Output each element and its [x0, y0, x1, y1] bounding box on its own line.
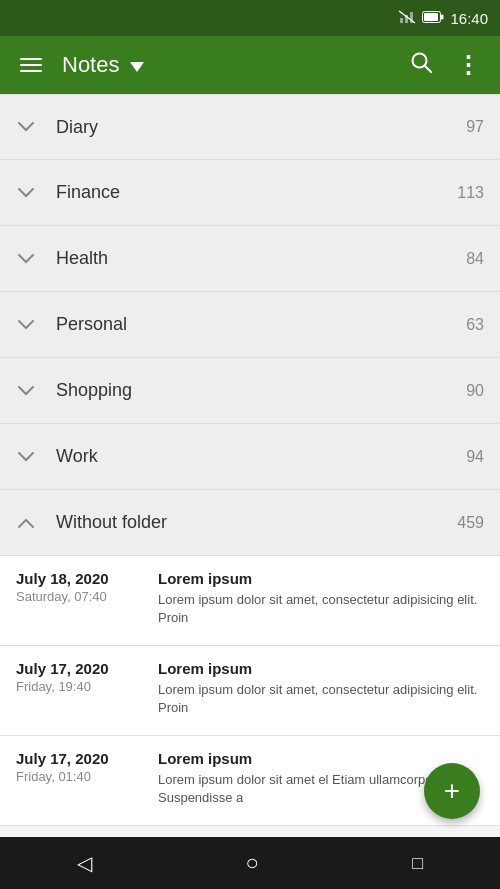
svg-rect-4 — [424, 13, 438, 21]
note-content: Lorem ipsum Lorem ipsum dolor sit amet, … — [158, 660, 484, 721]
note-title: Lorem ipsum — [158, 750, 484, 767]
status-time: 16:40 — [450, 10, 488, 27]
category-row-shopping[interactable]: Shopping 90 — [0, 358, 500, 424]
category-row-without-folder[interactable]: Without folder 459 — [0, 490, 500, 556]
status-bar: 16:40 — [0, 0, 500, 36]
note-preview: Lorem ipsum dolor sit amet, consectetur … — [158, 591, 484, 627]
note-date-sub: Saturday, 07:40 — [16, 589, 146, 604]
menu-button[interactable] — [16, 54, 46, 76]
svg-rect-1 — [405, 15, 408, 23]
more-options-button[interactable]: ⋮ — [452, 49, 484, 81]
category-row-finance[interactable]: Finance 113 — [0, 160, 500, 226]
toolbar-title: Notes — [62, 52, 390, 78]
chevron-down-icon — [16, 448, 36, 466]
chevron-down-icon — [16, 184, 36, 202]
note-title: Lorem ipsum — [158, 660, 484, 677]
category-count: 113 — [457, 184, 484, 202]
search-button[interactable] — [406, 47, 436, 83]
note-date-sub: Friday, 01:40 — [16, 769, 146, 784]
toolbar-actions: ⋮ — [406, 47, 484, 83]
category-count: 90 — [466, 382, 484, 400]
svg-rect-5 — [441, 14, 444, 19]
home-button[interactable]: ○ — [237, 842, 266, 884]
chevron-down-icon — [16, 250, 36, 268]
chevron-down-icon — [16, 118, 36, 136]
category-count: 94 — [466, 448, 484, 466]
note-item[interactable]: July 18, 2020 Saturday, 07:40 Lorem ipsu… — [0, 556, 500, 646]
chevron-down-icon — [16, 316, 36, 334]
nav-bar: ◁ ○ □ — [0, 837, 500, 889]
category-name: Shopping — [56, 380, 466, 401]
sort-indicator — [130, 62, 144, 72]
category-name: Personal — [56, 314, 466, 335]
note-preview: Lorem ipsum dolor sit amet, consectetur … — [158, 681, 484, 717]
note-item[interactable]: July 17, 2020 Friday, 19:40 Lorem ipsum … — [0, 646, 500, 736]
note-date-main: July 18, 2020 — [16, 570, 146, 587]
svg-line-7 — [425, 66, 431, 72]
category-count: 459 — [457, 514, 484, 532]
svg-rect-2 — [410, 12, 413, 23]
chevron-up-icon — [16, 514, 36, 532]
category-name: Diary — [56, 117, 466, 138]
add-note-button[interactable]: + — [424, 763, 480, 819]
chevron-down-icon — [16, 382, 36, 400]
note-date-main: July 17, 2020 — [16, 750, 146, 767]
category-count: 97 — [466, 118, 484, 136]
back-button[interactable]: ◁ — [69, 843, 100, 883]
note-date-sub: Friday, 19:40 — [16, 679, 146, 694]
note-title: Lorem ipsum — [158, 570, 484, 587]
note-content: Lorem ipsum Lorem ipsum dolor sit amet, … — [158, 570, 484, 631]
battery-icon — [422, 11, 444, 26]
category-row-diary[interactable]: Diary 97 — [0, 94, 500, 160]
category-count: 63 — [466, 316, 484, 334]
toolbar: Notes ⋮ — [0, 36, 500, 94]
content-area: Diary 97 Finance 113 Health 84 — [0, 94, 500, 837]
svg-rect-0 — [400, 18, 403, 23]
category-count: 84 — [466, 250, 484, 268]
category-row-personal[interactable]: Personal 63 — [0, 292, 500, 358]
category-name: Finance — [56, 182, 457, 203]
note-date-main: July 17, 2020 — [16, 660, 146, 677]
category-row-work[interactable]: Work 94 — [0, 424, 500, 490]
note-date: July 17, 2020 Friday, 01:40 — [16, 750, 146, 811]
category-name: Without folder — [56, 512, 457, 533]
category-row-health[interactable]: Health 84 — [0, 226, 500, 292]
category-name: Work — [56, 446, 466, 467]
category-name: Health — [56, 248, 466, 269]
note-date: July 18, 2020 Saturday, 07:40 — [16, 570, 146, 631]
recents-button[interactable]: □ — [404, 845, 431, 882]
note-date: July 17, 2020 Friday, 19:40 — [16, 660, 146, 721]
signal-icon — [398, 10, 416, 27]
